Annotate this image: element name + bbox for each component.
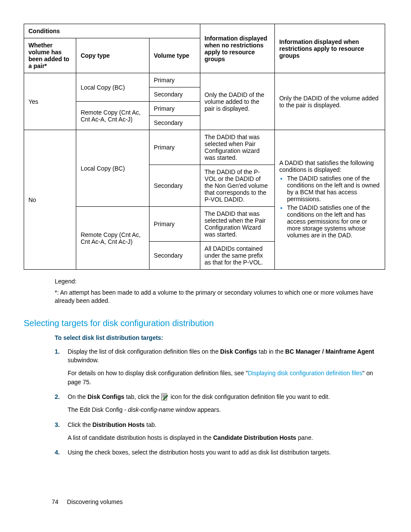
- step-4: 4. Using the check boxes, select the dis…: [55, 448, 385, 457]
- page-footer: 74Discovering volumes: [52, 498, 123, 505]
- legend-note: *: An attempt has been made to add a vol…: [55, 289, 385, 305]
- step-body: Click the Distribution Hosts tab.: [68, 420, 385, 429]
- cell-no-remote-secondary: All DADIDs contained under the same pref…: [200, 242, 274, 270]
- text: icon for the disk configuration definiti…: [169, 393, 330, 400]
- cell-vt: Secondary: [149, 242, 200, 270]
- th-restrict: Information displayed when restrictions …: [275, 24, 385, 73]
- table-row: No Local Copy (BC) Primary The DADID tha…: [24, 130, 385, 165]
- restrict-bullet-1: The DADID satisfies one of the condition…: [287, 175, 380, 202]
- section-heading: Selecting targets for disk configuration…: [24, 318, 385, 328]
- step-body: Using the check boxes, select the distri…: [68, 448, 385, 457]
- cell-vt: Primary: [149, 207, 200, 242]
- text-bold: Disk Configs: [220, 348, 257, 355]
- text-bold: BC Manager / Mainframe Agent: [285, 348, 374, 355]
- step-number: 4.: [55, 448, 68, 457]
- text: pane.: [296, 434, 313, 441]
- dadid-table: Conditions Information displayed when no…: [24, 24, 385, 270]
- page-number: 74: [52, 498, 59, 505]
- cell-yes-no-restrict: Only the DADID of the volume added to th…: [200, 73, 274, 130]
- cell-no-remote-primary: The DADID that was selected when the Pai…: [200, 207, 274, 242]
- cell-whether-yes: Yes: [24, 73, 76, 130]
- text: Click the: [68, 421, 93, 428]
- footer-title: Discovering volumes: [67, 498, 123, 505]
- th-no-restrict: Information displayed when no restrictio…: [200, 24, 274, 73]
- text-bold: Candidate Distribution Hosts: [213, 434, 296, 441]
- step-3: 3. Click the Distribution Hosts tab.: [55, 420, 385, 429]
- text: tab.: [145, 421, 156, 428]
- restrict-bullets: The DADID satisfies one of the condition…: [279, 175, 380, 239]
- step-1: 1. Display the list of disk configuratio…: [55, 347, 385, 365]
- cell-vt: Primary: [149, 102, 200, 116]
- text: subwindow.: [68, 357, 99, 364]
- cell-no-local-secondary: The DADID of the P-VOL or the DADID of t…: [200, 165, 274, 207]
- restrict-intro: A DADID that satisfies the following con…: [279, 159, 374, 173]
- text: tab, click the: [125, 393, 162, 400]
- cell-no-restrict: A DADID that satisfies the following con…: [275, 130, 385, 270]
- cell-copy-local-no: Local Copy (BC): [76, 130, 149, 207]
- text: Display the list of disk configuration d…: [68, 348, 220, 355]
- text: tab in the: [257, 348, 285, 355]
- section-sub-heading: To select disk list distribution targets…: [55, 334, 385, 341]
- legend-label: Legend:: [55, 277, 385, 286]
- th-copy-type: Copy type: [76, 38, 149, 73]
- cell-copy-remote-yes: Remote Copy (Cnt Ac, Cnt Ac-A, Cnt Ac-J): [76, 102, 149, 130]
- edit-icon: [161, 393, 169, 401]
- link-display-disk-config[interactable]: Displaying disk configuration definition…: [248, 370, 362, 376]
- cell-yes-restrict: Only the DADID of the volume added to th…: [275, 73, 385, 130]
- cell-vt: Secondary: [149, 87, 200, 102]
- table-row: Yes Local Copy (BC) Primary Only the DAD…: [24, 73, 385, 87]
- th-conditions: Conditions: [24, 24, 200, 38]
- cell-no-local-primary: The DADID that was selected when Pair Co…: [200, 130, 274, 165]
- cell-vt: Primary: [149, 130, 200, 165]
- text-italic: disk-config-name: [128, 406, 174, 413]
- th-whether: Whether volume has been added to a pair*: [24, 38, 76, 73]
- text: On the: [68, 393, 87, 400]
- step-2-para: The Edit Disk Config - disk-config-name …: [68, 405, 385, 414]
- step-3-para: A list of candidate distribution hosts i…: [68, 433, 385, 442]
- text: window appears.: [174, 406, 221, 413]
- text: The Edit Disk Config -: [68, 406, 128, 413]
- table-header-row-1: Conditions Information displayed when no…: [24, 24, 385, 38]
- cell-whether-no: No: [24, 130, 76, 270]
- step-body: Display the list of disk configuration d…: [68, 347, 385, 365]
- cell-vt: Secondary: [149, 116, 200, 130]
- restrict-bullet-2: The DADID satisfies one of the condition…: [287, 204, 380, 239]
- text-bold: Distribution Hosts: [93, 421, 145, 428]
- text: A list of candidate distribution hosts i…: [68, 434, 213, 441]
- page: Conditions Information displayed when no…: [0, 0, 411, 532]
- text-bold: Disk Configs: [87, 393, 125, 400]
- cell-vt: Primary: [149, 73, 200, 87]
- step-2: 2. On the Disk Configs tab, click the ic…: [55, 392, 385, 401]
- step-number: 2.: [55, 392, 68, 401]
- step-body: On the Disk Configs tab, click the icon …: [68, 392, 385, 401]
- text: Using the check boxes, select the distri…: [68, 449, 331, 456]
- text: For details on how to display disk confi…: [68, 370, 248, 376]
- step-number: 1.: [55, 347, 68, 365]
- cell-copy-local-yes: Local Copy (BC): [76, 73, 149, 102]
- cell-vt: Secondary: [149, 165, 200, 207]
- cell-copy-remote-no: Remote Copy (Cnt Ac, Cnt Ac-A, Cnt Ac-J): [76, 207, 149, 270]
- step-number: 3.: [55, 420, 68, 429]
- th-volume-type: Volume type: [149, 38, 200, 73]
- step-1-para: For details on how to display disk confi…: [68, 369, 385, 386]
